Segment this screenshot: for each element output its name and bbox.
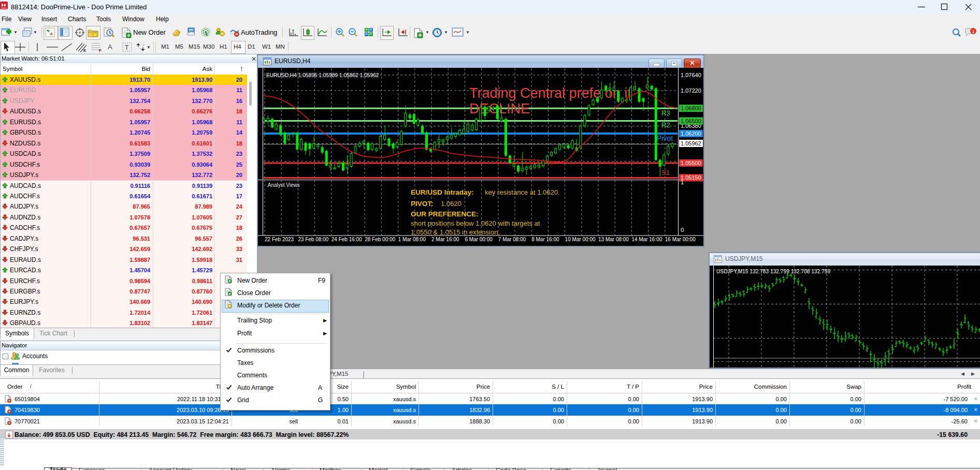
svg-text:F: F <box>99 48 102 52</box>
svg-text:EURUSD,H4 1.05896 1.05989 1.0: EURUSD,H4 1.05896 1.05989 1.05862 1.0596… <box>266 72 379 78</box>
svg-text:1: 1 <box>972 29 974 34</box>
svg-text:R3: R3 <box>661 109 670 117</box>
svg-text:28 Feb 00:00: 28 Feb 00:00 <box>365 237 395 242</box>
svg-text:1.05500: 1.05500 <box>681 160 701 166</box>
svg-text:EUR/USD Intraday:: EUR/USD Intraday: <box>411 188 474 196</box>
svg-text:1.05962: 1.05962 <box>681 140 701 146</box>
svg-text:1.06800: 1.06800 <box>681 105 701 111</box>
svg-text:7 Mar 08:00: 7 Mar 08:00 <box>498 237 526 242</box>
svg-text:23 Feb 08:00: 23 Feb 08:00 <box>298 237 328 242</box>
svg-text:1.07640: 1.07640 <box>681 72 701 78</box>
svg-text:Pivot: Pivot <box>657 134 673 142</box>
svg-text:24 Feb 16:00: 24 Feb 16:00 <box>332 237 362 242</box>
svg-text:1 Mar 08:00: 1 Mar 08:00 <box>398 237 426 242</box>
svg-text:2 Mar 16:00: 2 Mar 16:00 <box>431 237 459 242</box>
svg-text:.Analyst Views: .Analyst Views <box>266 182 300 188</box>
svg-text:8 Mar 16:00: 8 Mar 16:00 <box>531 237 559 242</box>
svg-text:6 Mar 00:00: 6 Mar 00:00 <box>465 237 493 242</box>
svg-text:USDJPY,M15 132.783 132.799 13: USDJPY,M15 132.783 132.799 132.708 132.7… <box>716 269 830 274</box>
svg-text:key resistance at 1.0620.: key resistance at 1.0620. <box>485 188 560 196</box>
svg-text:PIVOT:: PIVOT: <box>411 200 434 208</box>
svg-text:1.06200: 1.06200 <box>681 130 701 137</box>
svg-text:1.06500: 1.06500 <box>681 118 701 124</box>
svg-text:1: 1 <box>681 179 684 185</box>
svg-text:1.07220: 1.07220 <box>681 87 701 94</box>
svg-text:10 Mar 00:00: 10 Mar 00:00 <box>565 237 596 242</box>
svg-text:DECLINE: DECLINE <box>469 101 530 116</box>
svg-text:R2: R2 <box>661 121 670 129</box>
svg-text:13 Mar 08:00: 13 Mar 08:00 <box>598 237 629 242</box>
svg-text:14 Mar 16:00: 14 Mar 16:00 <box>631 237 662 242</box>
svg-text:0: 0 <box>681 227 684 233</box>
svg-text:16 Mar 00:00: 16 Mar 00:00 <box>665 237 696 242</box>
svg-text:E: E <box>83 48 87 52</box>
svg-text:22 Feb 2023: 22 Feb 2023 <box>265 237 294 242</box>
svg-text:1.0550 & 1.0515 in extension.: 1.0550 & 1.0515 in extension. <box>411 228 500 236</box>
svg-text:short positions below 1.0620 w: short positions below 1.0620 with target… <box>411 219 540 227</box>
svg-text:OUR PREFERENCE:: OUR PREFERENCE: <box>411 210 479 218</box>
svg-text:T: T <box>125 44 129 51</box>
svg-text:S1: S1 <box>661 169 670 177</box>
svg-text:1.0620: 1.0620 <box>441 200 462 208</box>
